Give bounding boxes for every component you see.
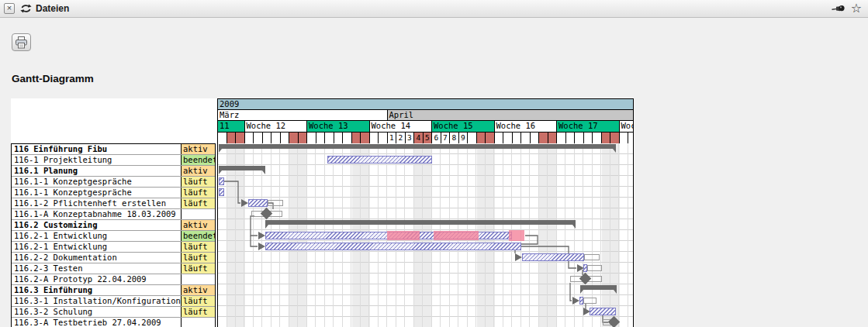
day-cell — [379, 133, 388, 143]
link-arrow-icon — [258, 243, 265, 250]
milestone-diamond — [579, 273, 592, 285]
printer-icon — [15, 36, 28, 49]
task-row: 116.1-A Konzeptabnahme 18.03.2009 — [12, 209, 215, 220]
day-cell — [334, 133, 344, 143]
task-status — [181, 318, 215, 327]
day-cell — [299, 133, 308, 143]
pin-icon[interactable] — [832, 3, 845, 14]
task-table: 116 Einführung Fibuaktiv116-1 Projektlei… — [11, 143, 216, 327]
day-cell — [218, 133, 227, 143]
task-row: 116.3-1 Installation/Konfigurationläuft — [12, 296, 215, 307]
task-bar — [248, 199, 268, 207]
bars-layer — [218, 143, 633, 327]
day-cell — [307, 133, 316, 143]
task-bar — [522, 253, 584, 261]
day-cell: 3 — [406, 133, 415, 143]
task-bar — [265, 243, 521, 250]
task-name: 116.3-2 Schulung — [12, 307, 181, 317]
task-bar — [590, 308, 616, 315]
day-cell — [602, 133, 611, 143]
summary-bar — [219, 144, 616, 149]
day-cell — [620, 133, 629, 143]
task-status: läuft — [181, 253, 215, 263]
slack-bar — [587, 265, 602, 271]
gantt-chart: 2009MärzApril11Woche 12Woche 13Woche 14W… — [11, 98, 634, 327]
favorite-star-icon[interactable]: ☆ — [851, 1, 862, 16]
summary-bar — [265, 220, 576, 225]
task-row: 116.1-1 Konzeptgesprächeläuft — [12, 177, 215, 188]
year-cell: 2009 — [218, 99, 239, 109]
day-cell: 6 — [432, 133, 441, 143]
day-cell — [281, 133, 290, 143]
task-status: aktiv — [181, 144, 215, 154]
task-row: 116 Einführung Fibuaktiv — [12, 144, 215, 155]
overload-segment — [434, 231, 479, 240]
day-cell: 9 — [459, 133, 469, 143]
link-arrow-icon — [515, 253, 522, 261]
day-cell: 1 — [388, 133, 397, 143]
task-name: 116.2-A Prototyp 22.04.2009 — [12, 274, 181, 284]
day-cell — [575, 133, 584, 143]
day-cell — [263, 133, 272, 143]
window-title: Dateien — [36, 3, 69, 14]
milestone-diamond — [261, 208, 273, 220]
task-row: 116.3-A Testbetrieb 27.04.2009 — [12, 318, 215, 327]
day-cell — [566, 133, 576, 143]
day-cell — [584, 133, 593, 143]
slack-bar — [583, 298, 597, 304]
task-row: 116.1-1 Konzeptgesprächeläuft — [12, 188, 215, 198]
task-row: 116.2-A Prototyp 22.04.2009 — [12, 274, 215, 285]
day-cell — [531, 133, 540, 143]
slack-bar — [268, 200, 283, 206]
day-cell — [316, 133, 326, 143]
close-button[interactable]: × — [4, 3, 15, 14]
task-status — [181, 274, 215, 284]
task-row: 116.2-2 Dokumentationläuft — [12, 253, 215, 263]
day-cell — [245, 133, 254, 143]
day-cell — [236, 133, 245, 143]
month-row: MärzApril — [218, 110, 633, 121]
task-name: 116.2-3 Testen — [12, 263, 181, 274]
task-name: 116.1-2 Pflichtenheft erstellen — [12, 198, 181, 208]
task-status: läuft — [181, 263, 215, 274]
day-cell — [227, 133, 237, 143]
task-status: läuft — [181, 307, 215, 317]
task-status: läuft — [181, 188, 215, 198]
titlebar: × Dateien ☆ — [0, 0, 868, 18]
day-cell — [610, 133, 620, 143]
day-cell — [486, 133, 495, 143]
task-status: läuft — [181, 198, 215, 208]
day-cell: 8 — [450, 133, 459, 143]
day-cell — [477, 133, 486, 143]
task-name: 116.1-A Konzeptabnahme 18.03.2009 — [12, 209, 181, 219]
week-cell: Woche 16 — [495, 121, 558, 132]
day-cell — [343, 133, 352, 143]
gantt-body — [217, 143, 634, 327]
task-status: aktiv — [181, 166, 215, 176]
print-button[interactable] — [12, 33, 31, 51]
day-cell — [289, 133, 299, 143]
app-window: × Dateien ☆ Gantt-Diagramm 2009MärzApril… — [0, 0, 868, 327]
day-cell — [325, 133, 334, 143]
week-cell: Woche 14 — [370, 121, 433, 132]
day-cell — [271, 133, 281, 143]
day-cell: 4 — [414, 133, 424, 143]
task-status: beendet — [181, 231, 215, 241]
task-row: 116.2-1 Entwicklungbeendet — [12, 231, 215, 242]
task-status: läuft — [181, 242, 215, 252]
refresh-icon[interactable] — [20, 4, 32, 13]
task-bar — [219, 177, 224, 185]
task-row: 116.2 Customizingaktiv — [12, 220, 215, 231]
task-row: 116.3 Einführungaktiv — [12, 285, 215, 296]
day-cell — [468, 133, 477, 143]
page-title: Gantt-Diagramm — [12, 73, 94, 84]
day-cell — [361, 133, 370, 143]
task-row: 116.1-2 Pflichtenheft erstellenläuft — [12, 198, 215, 209]
day-cell — [539, 133, 548, 143]
link-arrow-icon — [258, 232, 265, 239]
overload-segment — [387, 231, 420, 240]
task-name: 116.1-1 Konzeptgespräche — [12, 177, 181, 187]
week-cell: Woche 15 — [432, 121, 495, 132]
day-cell: 2 — [396, 133, 406, 143]
task-status: läuft — [181, 296, 215, 306]
